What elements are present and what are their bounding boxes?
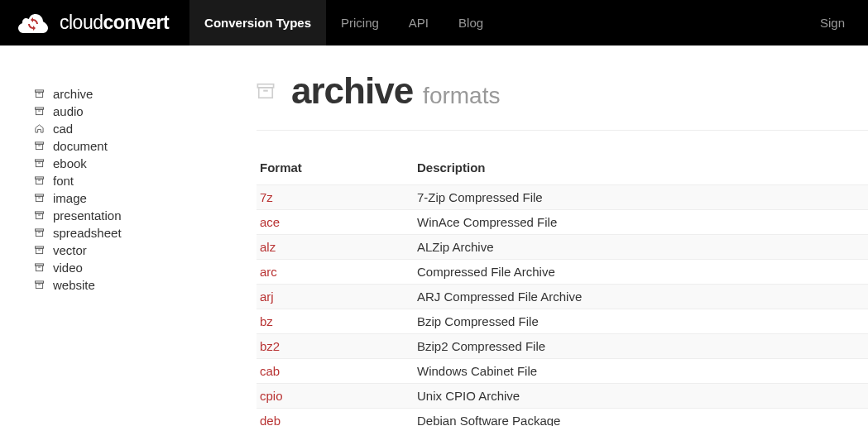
format-link[interactable]: arj <box>257 285 414 309</box>
col-header-format: Format <box>257 154 414 185</box>
svg-rect-5 <box>38 111 41 112</box>
table-row: arjARJ Compressed File Archive <box>257 285 868 309</box>
sidebar-item-label: presentation <box>53 208 122 223</box>
sidebar-item-website[interactable]: website <box>33 276 232 294</box>
svg-rect-19 <box>36 213 42 218</box>
svg-rect-25 <box>36 248 42 253</box>
archive-icon <box>33 141 45 152</box>
svg-rect-8 <box>38 146 41 146</box>
nav-item-pricing[interactable]: Pricing <box>326 0 394 45</box>
formats-table: Format Description 7z7-Zip Compressed Fi… <box>257 154 868 426</box>
table-row: bz2Bzip2 Compressed File <box>257 334 868 359</box>
format-description: 7-Zip Compressed File <box>414 185 868 210</box>
svg-rect-23 <box>38 232 41 233</box>
archive-icon <box>33 210 45 222</box>
main-content: archive formats Format Description 7z7-Z… <box>232 70 868 426</box>
table-row: alzALZip Archive <box>257 235 868 260</box>
format-description: WinAce Compressed File <box>414 210 868 235</box>
sidebar-item-label: image <box>53 191 87 205</box>
sidebar-item-ebook[interactable]: ebook <box>33 155 232 172</box>
sidebar-item-label: audio <box>53 104 84 118</box>
svg-rect-4 <box>36 109 42 114</box>
navbar: cloudconvert Conversion TypesPricingAPIB… <box>0 0 868 45</box>
archive-icon <box>257 82 275 100</box>
svg-rect-31 <box>36 283 42 288</box>
nav-item-api[interactable]: API <box>394 0 444 45</box>
cloud-refresh-icon <box>17 11 50 36</box>
sidebar-item-label: website <box>53 278 95 292</box>
format-link[interactable]: 7z <box>257 185 414 210</box>
svg-rect-35 <box>263 90 268 92</box>
nav-item-blog[interactable]: Blog <box>444 0 498 45</box>
sidebar-item-label: font <box>53 174 74 188</box>
sidebar-item-label: archive <box>53 87 93 101</box>
sidebar-item-label: video <box>53 261 83 275</box>
table-row: cabWindows Cabinet File <box>257 359 868 384</box>
format-link[interactable]: deb <box>257 409 414 427</box>
svg-rect-16 <box>36 196 42 201</box>
table-row: bzBzip Compressed File <box>257 309 868 334</box>
format-description: ALZip Archive <box>414 235 868 260</box>
svg-rect-17 <box>38 198 41 199</box>
home-icon <box>33 123 45 135</box>
archive-icon <box>33 193 45 204</box>
page-header: archive formats <box>257 70 868 131</box>
archive-icon <box>33 106 45 117</box>
svg-rect-13 <box>36 179 42 184</box>
svg-rect-1 <box>36 92 42 97</box>
svg-rect-26 <box>38 250 41 251</box>
page-subtitle: formats <box>423 83 500 109</box>
sidebar-item-audio[interactable]: audio <box>33 103 232 120</box>
format-description: Bzip2 Compressed File <box>414 334 868 359</box>
format-link[interactable]: bz <box>257 309 414 334</box>
format-description: Bzip Compressed File <box>414 309 868 334</box>
signin-link[interactable]: Sign <box>805 16 860 30</box>
logo[interactable]: cloudconvert <box>8 11 177 36</box>
svg-rect-20 <box>38 215 41 216</box>
nav-items: Conversion TypesPricingAPIBlog <box>189 0 498 45</box>
sidebar-item-vector[interactable]: vector <box>33 242 232 259</box>
archive-icon <box>33 280 45 291</box>
sidebar: archiveaudiocaddocumentebookfontimagepre… <box>33 70 232 426</box>
format-link[interactable]: arc <box>257 260 414 285</box>
svg-rect-29 <box>38 267 41 268</box>
nav-item-conversion-types[interactable]: Conversion Types <box>189 0 326 45</box>
sidebar-item-archive[interactable]: archive <box>33 85 232 103</box>
sidebar-item-document[interactable]: document <box>33 137 232 155</box>
format-link[interactable]: bz2 <box>257 334 414 359</box>
page-title: archive <box>291 70 413 112</box>
format-link[interactable]: alz <box>257 235 414 260</box>
sidebar-item-font[interactable]: font <box>33 172 232 189</box>
format-description: Compressed File Archive <box>414 260 868 285</box>
sidebar-item-image[interactable]: image <box>33 189 232 207</box>
svg-rect-28 <box>36 266 42 270</box>
svg-rect-11 <box>38 163 41 164</box>
table-row: 7z7-Zip Compressed File <box>257 185 868 210</box>
svg-rect-32 <box>38 285 41 285</box>
svg-rect-22 <box>36 231 42 236</box>
table-row: aceWinAce Compressed File <box>257 210 868 235</box>
sidebar-item-label: document <box>53 139 108 153</box>
sidebar-item-label: vector <box>53 243 87 257</box>
sidebar-item-cad[interactable]: cad <box>33 120 232 137</box>
format-description: Unix CPIO Archive <box>414 384 868 409</box>
table-row: debDebian Software Package <box>257 409 868 427</box>
format-description: Windows Cabinet File <box>414 359 868 384</box>
archive-icon <box>33 158 45 170</box>
archive-icon <box>33 245 45 256</box>
sidebar-item-label: spreadsheet <box>53 226 122 240</box>
format-link[interactable]: cpio <box>257 384 414 409</box>
svg-rect-7 <box>36 144 42 149</box>
archive-icon <box>33 175 45 187</box>
format-description: ARJ Compressed File Archive <box>414 285 868 309</box>
sidebar-item-spreadsheet[interactable]: spreadsheet <box>33 224 232 242</box>
sidebar-item-video[interactable]: video <box>33 259 232 276</box>
table-row: cpioUnix CPIO Archive <box>257 384 868 409</box>
sidebar-item-presentation[interactable]: presentation <box>33 207 232 224</box>
archive-icon <box>33 89 45 100</box>
format-link[interactable]: ace <box>257 210 414 235</box>
svg-rect-2 <box>38 93 41 94</box>
col-header-description: Description <box>414 154 868 185</box>
svg-rect-34 <box>259 88 273 98</box>
format-link[interactable]: cab <box>257 359 414 384</box>
